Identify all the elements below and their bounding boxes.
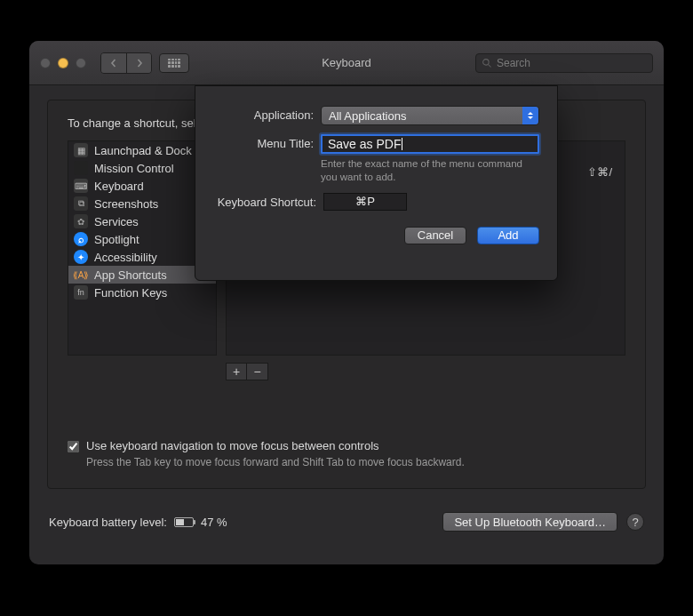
add-shortcut-button[interactable]: + <box>226 363 247 380</box>
sidebar-item-label: Accessibility <box>94 251 157 264</box>
zoom-window-button[interactable] <box>76 58 86 68</box>
add-button[interactable]: Add <box>477 227 539 244</box>
setup-bluetooth-button[interactable]: Set Up Bluetooth Keyboard… <box>442 512 617 532</box>
sidebar-item-label: Services <box>94 215 139 228</box>
back-button[interactable] <box>101 53 126 73</box>
screenshot-icon: ⧉ <box>74 196 88 211</box>
accessibility-icon: ✦ <box>74 250 88 264</box>
shortcut-value: ⌘P <box>355 195 375 208</box>
application-value: All Applications <box>329 109 406 123</box>
minimize-window-button[interactable] <box>58 58 68 68</box>
svg-line-1 <box>489 64 491 67</box>
application-label: Application: <box>213 106 321 122</box>
help-button[interactable]: ? <box>626 513 644 531</box>
svg-point-0 <box>483 59 489 64</box>
sidebar-item-label: Screenshots <box>94 197 158 211</box>
sidebar-item-label: Keyboard <box>94 180 144 193</box>
preferences-window: Keyboard Search To change a shortcut, se… <box>29 41 664 564</box>
cancel-button[interactable]: Cancel <box>404 227 466 244</box>
search-placeholder: Search <box>497 57 530 69</box>
search-field[interactable]: Search <box>475 53 653 73</box>
spotlight-icon: ⌕ <box>74 232 88 246</box>
app-shortcuts-icon: ⟪A⟫ <box>74 268 88 282</box>
popup-arrows-icon <box>522 107 538 124</box>
keyboard-icon: ⌨ <box>74 179 88 193</box>
nav-buttons <box>100 52 152 74</box>
menu-title-value: Save as PDF <box>328 137 401 151</box>
menu-title-field[interactable]: Save as PDF <box>321 134 539 154</box>
close-window-button[interactable] <box>40 58 51 68</box>
add-remove-buttons: + − <box>226 363 625 380</box>
search-icon <box>482 58 492 68</box>
shortcut-label: Keyboard Shortcut: <box>213 193 323 209</box>
sidebar-item-label: Function Keys <box>94 286 167 300</box>
remove-shortcut-button[interactable]: − <box>247 363 268 380</box>
menu-title-hint: Enter the exact name of the menu command… <box>321 157 539 184</box>
window-controls <box>40 58 86 68</box>
shortcut-display: ⇧⌘/ <box>587 165 612 179</box>
shortcut-field[interactable]: ⌘P <box>323 193 407 211</box>
launchpad-icon: ▦ <box>74 143 88 157</box>
sidebar-item-label: Mission Control <box>94 162 174 175</box>
keyboard-nav-label: Use keyboard navigation to move focus be… <box>86 439 465 452</box>
battery-icon <box>174 517 194 527</box>
fn-icon: fn <box>74 285 88 300</box>
show-all-button[interactable] <box>159 53 189 73</box>
keyboard-nav-checkbox[interactable] <box>68 441 79 452</box>
sidebar-item-function-keys[interactable]: fnFunction Keys <box>68 284 216 301</box>
services-icon: ✿ <box>74 214 88 228</box>
forward-button[interactable] <box>126 53 151 73</box>
sidebar-item-label: Launchpad & Dock <box>94 144 192 157</box>
mission-control-icon <box>74 161 88 175</box>
add-shortcut-sheet: Application: All Applications Menu Title… <box>195 85 558 281</box>
battery-percent: 47 % <box>201 516 227 529</box>
keyboard-nav-sub: Press the Tab key to move focus forward … <box>86 456 465 468</box>
sidebar-item-label: Spotlight <box>94 233 139 246</box>
application-popup[interactable]: All Applications <box>321 106 539 125</box>
toolbar: Keyboard Search <box>29 41 664 85</box>
battery-label: Keyboard battery level: <box>49 516 167 529</box>
menu-title-label: Menu Title: <box>213 134 321 150</box>
sidebar-item-label: App Shortcuts <box>94 268 167 282</box>
